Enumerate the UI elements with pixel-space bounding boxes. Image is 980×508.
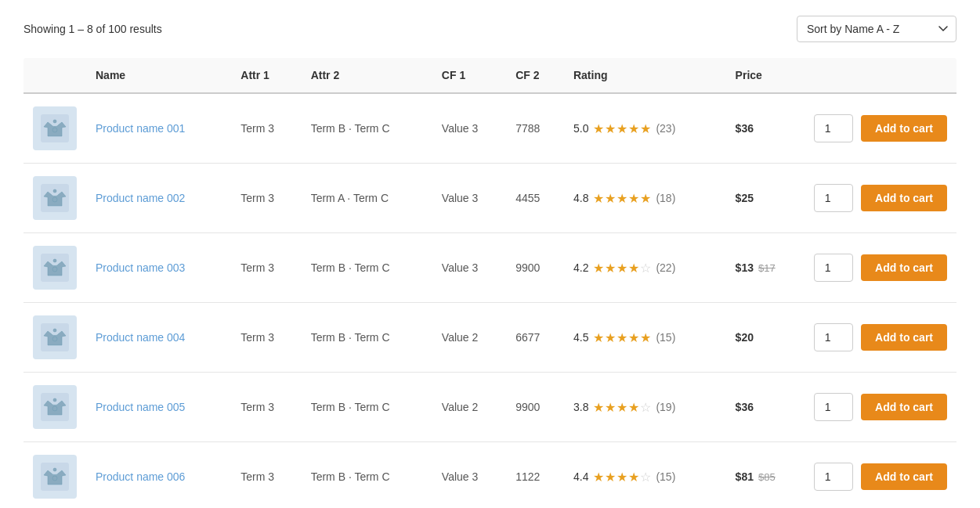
- cf2-cell: 7788: [506, 93, 564, 164]
- action-cell: Add to cart: [805, 303, 956, 373]
- price-cell: $20: [726, 303, 805, 373]
- cf1-cell: Value 2: [432, 373, 506, 442]
- product-image-cell: [24, 373, 86, 442]
- add-to-cart-button[interactable]: Add to cart: [861, 394, 947, 420]
- th-rating: Rating: [564, 58, 726, 93]
- add-to-cart-button[interactable]: Add to cart: [861, 115, 947, 142]
- product-name-link[interactable]: Product name 005: [96, 401, 185, 413]
- rating-count: (18): [656, 192, 675, 204]
- product-name-link[interactable]: Product name 004: [96, 331, 185, 344]
- star-filled: ★: [593, 330, 604, 345]
- product-name-cell: Product name 002: [86, 164, 231, 233]
- qty-input[interactable]: [814, 184, 853, 212]
- attr1-cell: Term 3: [231, 164, 301, 233]
- qty-input[interactable]: [814, 114, 853, 142]
- price-main: $13: [736, 261, 754, 274]
- star-filled: ★: [593, 261, 604, 276]
- cf1-cell: Value 3: [432, 164, 506, 233]
- product-image-cell: [24, 164, 86, 233]
- attr2-cell: Term B · Term C: [302, 442, 432, 509]
- action-cell: Add to cart: [805, 373, 956, 442]
- star-filled: ★: [617, 261, 627, 276]
- rating-value: 5.0: [573, 122, 588, 135]
- cf2-cell: 4455: [506, 164, 564, 233]
- star-rating: ★★★★★: [593, 121, 651, 136]
- star-filled: ★: [593, 400, 604, 415]
- qty-input[interactable]: [814, 323, 853, 351]
- table-row: Product name 002 Term 3 Term A · Term C …: [24, 164, 956, 233]
- cf1-cell: Value 2: [432, 303, 506, 373]
- table-row: Product name 003 Term 3 Term B · Term C …: [24, 233, 956, 303]
- action-cell: Add to cart: [805, 93, 956, 164]
- product-name-link[interactable]: Product name 001: [96, 122, 185, 135]
- price-main: $81: [736, 470, 754, 483]
- star-rating: ★★★★★: [593, 191, 651, 206]
- th-cf1: CF 1: [432, 58, 506, 93]
- rating-count: (23): [656, 122, 675, 135]
- star-rating: ★★★★☆: [593, 470, 651, 485]
- product-image: [33, 246, 77, 290]
- price-main: $25: [736, 192, 754, 204]
- product-name-link[interactable]: Product name 002: [96, 192, 185, 204]
- attr1-cell: Term 3: [231, 442, 301, 509]
- add-to-cart-button[interactable]: Add to cart: [861, 324, 947, 351]
- price-cell: $25: [726, 164, 805, 233]
- rating-value: 4.5: [573, 331, 588, 344]
- star-filled: ★: [640, 121, 651, 136]
- rating-count: (15): [656, 470, 675, 483]
- product-name-link[interactable]: Product name 003: [96, 261, 185, 274]
- attr1-cell: Term 3: [231, 373, 301, 442]
- rating-count: (19): [656, 401, 675, 413]
- product-name-link[interactable]: Product name 006: [96, 470, 185, 483]
- star-filled: ★: [593, 191, 604, 206]
- qty-input[interactable]: [814, 463, 853, 491]
- cf1-cell: Value 3: [432, 442, 506, 509]
- star-empty: ☆: [640, 470, 651, 485]
- star-filled: ★: [605, 191, 616, 206]
- attr2-cell: Term A · Term C: [302, 164, 432, 233]
- add-to-cart-button[interactable]: Add to cart: [861, 254, 947, 281]
- product-table: Name Attr 1 Attr 2 CF 1 CF 2 Rating Pric…: [24, 58, 956, 508]
- star-rating: ★★★★☆: [593, 261, 651, 276]
- attr1-cell: Term 3: [231, 93, 301, 164]
- product-name-cell: Product name 001: [86, 93, 231, 164]
- qty-input[interactable]: [814, 393, 853, 421]
- th-actions: [805, 58, 956, 93]
- rating-count: (22): [656, 261, 675, 274]
- cf1-cell: Value 3: [432, 93, 506, 164]
- rating-cell: 4.8 ★★★★★ (18): [564, 164, 726, 233]
- th-attr1: Attr 1: [231, 58, 301, 93]
- rating-value: 4.4: [573, 470, 588, 483]
- star-empty: ☆: [640, 400, 651, 415]
- product-name-cell: Product name 003: [86, 233, 231, 303]
- rating-count: (15): [656, 331, 675, 344]
- table-row: Product name 005 Term 3 Term B · Term C …: [24, 373, 956, 442]
- cf2-cell: 9900: [506, 233, 564, 303]
- product-image-cell: [24, 233, 86, 303]
- star-filled: ★: [617, 191, 627, 206]
- table-body: Product name 001 Term 3 Term B · Term C …: [24, 93, 956, 508]
- svg-point-4: [53, 189, 56, 193]
- rating-cell: 5.0 ★★★★★ (23): [564, 93, 726, 164]
- star-rating: ★★★★★: [593, 330, 651, 345]
- product-image: [33, 455, 77, 499]
- add-to-cart-button[interactable]: Add to cart: [861, 185, 947, 211]
- product-image-cell: [24, 442, 86, 509]
- th-cf2: CF 2: [506, 58, 564, 93]
- price-original: $17: [758, 262, 776, 274]
- price-cell: $36: [726, 373, 805, 442]
- sort-select[interactable]: Sort by Name A - ZSort by Name Z - ASort…: [797, 16, 956, 42]
- rating-cell: 4.5 ★★★★★ (15): [564, 303, 726, 373]
- table-row: Product name 001 Term 3 Term B · Term C …: [24, 93, 956, 164]
- action-cell: Add to cart: [805, 164, 956, 233]
- star-filled: ★: [628, 191, 639, 206]
- attr1-cell: Term 3: [231, 303, 301, 373]
- rating-cell: 4.2 ★★★★☆ (22): [564, 233, 726, 303]
- showing-results-text: Showing 1 – 8 of 100 results: [24, 23, 162, 35]
- product-name-cell: Product name 004: [86, 303, 231, 373]
- price-cell: $13 $17: [726, 233, 805, 303]
- svg-point-10: [53, 329, 56, 332]
- add-to-cart-button[interactable]: Add to cart: [861, 463, 947, 490]
- qty-input[interactable]: [814, 254, 853, 282]
- th-image: [24, 58, 86, 93]
